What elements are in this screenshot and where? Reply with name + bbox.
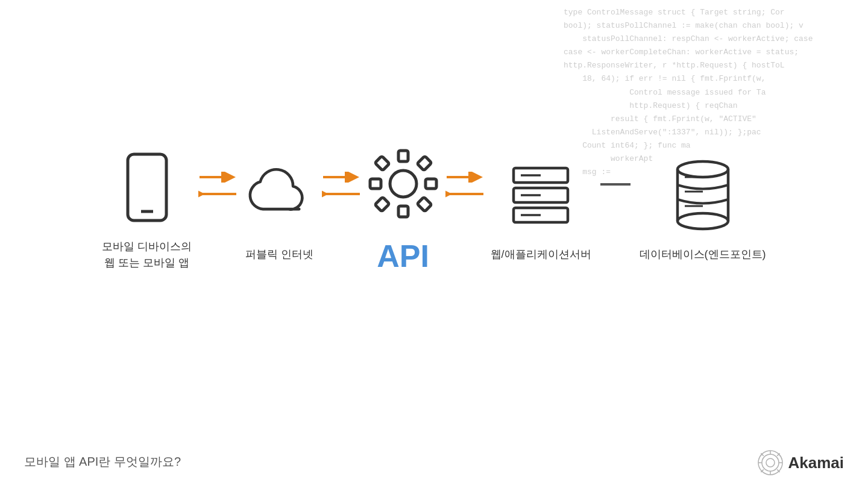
svg-rect-14: [426, 179, 436, 189]
arrow-left-1: [198, 189, 237, 199]
server-label: 웹/애플리케이션서버: [491, 246, 591, 263]
akamai-logo: Akamai: [757, 449, 844, 476]
svg-rect-17: [374, 197, 389, 211]
bottom-question: 모바일 앱 API란 무엇일까요?: [24, 454, 181, 470]
dash-line: [591, 179, 640, 192]
svg-rect-12: [398, 206, 408, 217]
api-label: API: [377, 238, 429, 274]
arrow-api-server: [439, 172, 491, 199]
arrow-internet-api: [316, 172, 367, 199]
arrow-mobile-internet: [192, 172, 244, 199]
svg-rect-18: [417, 197, 431, 211]
architecture-diagram: 모바일 디바이스의웹 또는 모바일 앱 퍼블릭: [0, 145, 868, 274]
arrow-left-2: [322, 189, 361, 199]
cloud-icon: [244, 165, 316, 225]
svg-rect-13: [370, 179, 381, 189]
server-icon-container: [505, 156, 577, 234]
api-item: API: [367, 145, 439, 274]
gear-icon: [367, 148, 439, 220]
svg-point-30: [678, 161, 728, 177]
server-icon: [508, 159, 574, 231]
arrow-right-3: [445, 172, 485, 183]
database-icon: [670, 156, 736, 234]
svg-rect-16: [417, 156, 431, 170]
mobile-icon: [123, 151, 171, 224]
dash-line-svg: [597, 179, 634, 190]
database-item: 데이터베이스(엔드포인트): [640, 156, 766, 263]
svg-point-38: [762, 454, 779, 471]
svg-point-10: [390, 170, 417, 197]
svg-point-39: [766, 458, 775, 467]
svg-point-31: [678, 213, 728, 229]
server-item: 웹/애플리케이션서버: [491, 156, 591, 263]
internet-label: 퍼블릭 인터넷: [245, 246, 313, 263]
akamai-text: Akamai: [788, 454, 844, 472]
akamai-icon: [757, 449, 784, 476]
database-label: 데이터베이스(엔드포인트): [640, 246, 766, 263]
arrow-left-3: [445, 189, 485, 199]
svg-rect-11: [398, 151, 408, 161]
gear-icon-container: [367, 145, 439, 223]
svg-rect-15: [374, 156, 389, 170]
mobile-item: 모바일 디바이스의웹 또는 모바일 앱: [102, 148, 192, 271]
cloud-icon-container: [244, 156, 316, 234]
mobile-label: 모바일 디바이스의웹 또는 모바일 앱: [102, 239, 192, 271]
arrow-right-2: [322, 172, 361, 183]
database-icon-container: [667, 156, 739, 234]
internet-item: 퍼블릭 인터넷: [244, 156, 316, 263]
mobile-icon-container: [111, 148, 183, 227]
arrow-right-1: [198, 172, 237, 183]
